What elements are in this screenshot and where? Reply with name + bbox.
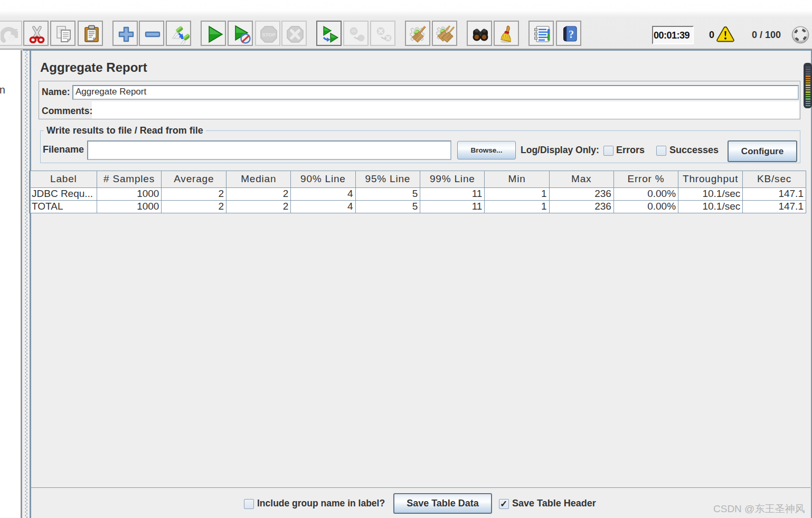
svg-text:?: ? [569,29,574,40]
svg-text:STOP: STOP [262,32,276,37]
